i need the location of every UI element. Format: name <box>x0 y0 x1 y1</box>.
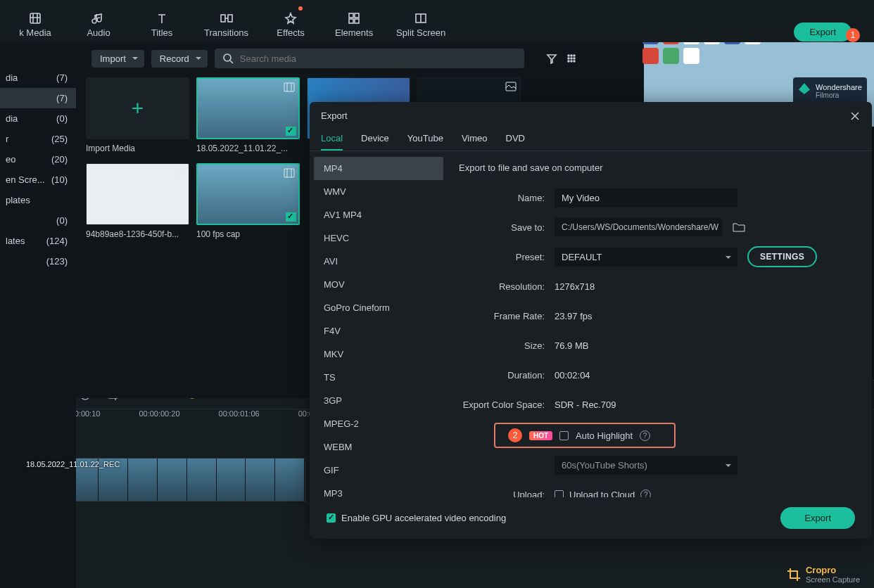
format-mp3[interactable]: MP3 <box>314 482 443 497</box>
help-icon[interactable]: ? <box>640 490 651 498</box>
search-media[interactable] <box>215 49 524 68</box>
record-dropdown[interactable]: Record <box>151 50 208 68</box>
cat-item[interactable]: (0) <box>0 210 76 231</box>
shorts-select[interactable]: 60s(YouTube Shorts) <box>555 456 737 475</box>
tab-local[interactable]: Local <box>321 127 343 151</box>
svg-point-16 <box>571 60 572 62</box>
tab-device[interactable]: Device <box>361 127 389 151</box>
image-icon <box>505 82 517 91</box>
svg-rect-21 <box>284 169 294 177</box>
cat-item[interactable]: en Scre...(10) <box>0 170 76 190</box>
export-subtitle: Export to file and save on computer <box>459 162 852 173</box>
format-wmv[interactable]: WMV <box>314 180 443 203</box>
cat-item[interactable]: (7) <box>0 88 76 108</box>
format-ts[interactable]: TS <box>314 366 443 389</box>
nav-split-screen[interactable]: Split Screen <box>396 11 445 42</box>
svg-rect-3 <box>349 13 353 18</box>
grid-view-icon[interactable] <box>565 52 578 65</box>
close-icon[interactable] <box>849 110 861 122</box>
format-webm[interactable]: WEBM <box>314 435 443 459</box>
cat-item[interactable]: (123) <box>0 251 76 271</box>
svg-rect-2 <box>228 15 232 22</box>
svg-point-10 <box>571 55 572 56</box>
media-thumb[interactable]: 100 fps cap <box>196 163 300 239</box>
format-av1mp4[interactable]: AV1 MP4 <box>314 203 443 226</box>
svg-rect-0 <box>30 13 40 23</box>
upload-cloud-label: Upload to Cloud <box>569 490 635 498</box>
svg-point-17 <box>574 60 575 62</box>
cat-item[interactable]: lates(124) <box>0 231 76 251</box>
saveto-label: Save to: <box>459 222 545 233</box>
svg-point-11 <box>574 55 575 56</box>
format-hevc[interactable]: HEVC <box>314 226 443 250</box>
help-icon[interactable]: ? <box>640 430 650 441</box>
import-media-tile[interactable]: +Import Media <box>86 77 189 153</box>
folder-icon[interactable] <box>732 221 746 234</box>
svg-point-8 <box>224 54 231 61</box>
preset-select[interactable]: DEFAULT <box>555 248 737 267</box>
nav-stock-media[interactable]: k Media <box>14 11 56 42</box>
filter-icon[interactable] <box>545 52 558 65</box>
svg-rect-1 <box>221 15 225 22</box>
export-button[interactable]: Export <box>794 23 851 41</box>
video-icon <box>284 82 295 92</box>
nav-audio[interactable]: Audio <box>77 11 120 42</box>
resolution-value: 1276x718 <box>555 281 852 292</box>
svg-point-12 <box>568 58 569 59</box>
cat-item[interactable]: r(25) <box>0 129 76 149</box>
format-mov[interactable]: MOV <box>314 273 443 296</box>
colorspace-label: Export Color Space: <box>459 400 545 410</box>
upload-label: Upload: <box>459 490 545 498</box>
format-mp4[interactable]: MP4 <box>314 157 443 180</box>
search-icon <box>222 52 234 65</box>
film-icon <box>28 11 42 25</box>
import-dropdown[interactable]: Import <box>91 50 144 68</box>
format-f4v[interactable]: F4V <box>314 319 443 343</box>
name-input[interactable] <box>555 188 737 207</box>
nav-elements[interactable]: Elements <box>333 11 375 42</box>
upload-cloud-checkbox[interactable] <box>555 490 564 498</box>
svg-point-9 <box>568 55 569 56</box>
format-3gp[interactable]: 3GP <box>314 389 443 412</box>
media-thumb[interactable]: 18.05.2022_11.01.22_... <box>196 77 300 153</box>
video-icon <box>284 168 295 178</box>
format-list: MP4 WMV AV1 MP4 HEVC AVI MOV GoPro Cinef… <box>310 151 443 497</box>
format-gif[interactable]: GIF <box>314 459 443 482</box>
search-input[interactable] <box>240 53 517 64</box>
tab-youtube[interactable]: YouTube <box>407 127 443 151</box>
hot-badge: HOT <box>529 431 552 440</box>
cat-item[interactable]: plates <box>0 190 76 210</box>
tab-dvd[interactable]: DVD <box>506 127 525 151</box>
cat-item[interactable]: eo(20) <box>0 149 76 170</box>
format-mkv[interactable]: MKV <box>314 343 443 366</box>
svg-rect-6 <box>355 19 359 23</box>
format-gopro[interactable]: GoPro Cineform <box>314 296 443 319</box>
size-value: 76.9 MB <box>555 340 852 351</box>
svg-point-15 <box>568 60 569 62</box>
step-badge-2: 2 <box>508 428 522 442</box>
duration-label: Duration: <box>459 370 545 381</box>
nav-effects[interactable]: Effects <box>270 11 312 42</box>
name-label: Name: <box>459 193 545 203</box>
cat-item[interactable]: dia(0) <box>0 108 76 129</box>
check-icon <box>286 127 296 136</box>
gpu-checkbox[interactable] <box>327 513 336 523</box>
plus-icon: + <box>132 96 144 120</box>
tab-vimeo[interactable]: Vimeo <box>462 127 488 151</box>
format-mpeg2[interactable]: MPEG-2 <box>314 412 443 435</box>
effects-icon <box>284 11 298 25</box>
image-icon <box>174 167 185 177</box>
category-sidebar: dia(7) (7) dia(0) r(25) eo(20) en Scre..… <box>0 68 76 588</box>
settings-button[interactable]: SETTINGS <box>747 246 817 267</box>
export-badge: 1 <box>846 28 860 42</box>
export-modal: Export Local Device YouTube Vimeo DVD MP… <box>310 102 872 539</box>
format-avi[interactable]: AVI <box>314 250 443 273</box>
media-thumb[interactable]: 94b89ae8-1236-450f-b... <box>86 163 189 239</box>
export-confirm-button[interactable]: Export <box>780 507 855 529</box>
transitions-icon <box>220 11 234 25</box>
framerate-label: Frame Rate: <box>459 311 545 321</box>
nav-titles[interactable]: Titles <box>141 11 183 42</box>
cat-item[interactable]: dia(7) <box>0 68 76 88</box>
nav-transitions[interactable]: Transitions <box>204 11 248 42</box>
auto-highlight-checkbox[interactable] <box>559 431 569 440</box>
